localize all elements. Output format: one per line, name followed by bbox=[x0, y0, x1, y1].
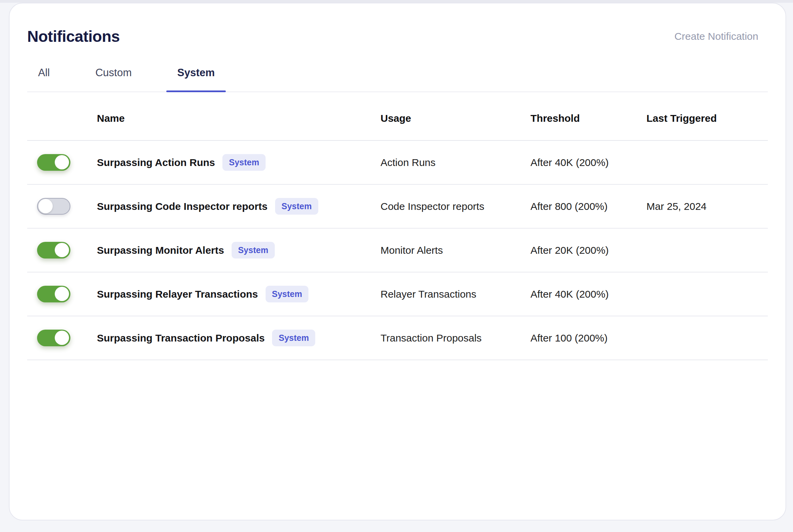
notification-name: Surpassing Monitor Alerts bbox=[97, 244, 224, 257]
usage-cell: Monitor Alerts bbox=[381, 244, 530, 257]
notification-name: Surpassing Transaction Proposals bbox=[97, 332, 265, 345]
panel-header: Notifications Create Notification bbox=[27, 27, 768, 46]
toggle-knob bbox=[55, 331, 69, 345]
usage-cell: Transaction Proposals bbox=[381, 332, 530, 345]
create-notification-button[interactable]: Create Notification bbox=[674, 30, 758, 43]
toggle-knob bbox=[55, 243, 69, 257]
toggle-knob bbox=[38, 199, 53, 213]
notification-name: Surpassing Relayer Transactions bbox=[97, 288, 258, 301]
table-header-row: Name Usage Threshold Last Triggered bbox=[27, 92, 768, 141]
toggle-knob bbox=[55, 155, 69, 169]
usage-cell: Relayer Transactions bbox=[381, 288, 530, 301]
threshold-cell: After 40K (200%) bbox=[530, 156, 646, 169]
threshold-cell: After 40K (200%) bbox=[530, 288, 646, 301]
table-row: Surpassing Code Inspector reports System… bbox=[27, 185, 768, 229]
column-header-usage: Usage bbox=[381, 113, 530, 124]
tab-custom[interactable]: Custom bbox=[84, 61, 142, 92]
table-row: Surpassing Transaction Proposals System … bbox=[27, 316, 768, 360]
toggle-knob bbox=[55, 287, 69, 301]
toggle-surpassing-action-runs[interactable] bbox=[37, 154, 70, 171]
toggle-surpassing-monitor-alerts[interactable] bbox=[37, 242, 70, 259]
page-title: Notifications bbox=[27, 27, 120, 46]
notification-name: Surpassing Code Inspector reports bbox=[97, 200, 268, 213]
system-badge: System bbox=[272, 330, 315, 346]
table-row: Surpassing Relayer Transactions System R… bbox=[27, 272, 768, 316]
table-row: Surpassing Action Runs System Action Run… bbox=[27, 141, 768, 185]
threshold-cell: After 800 (200%) bbox=[530, 200, 646, 213]
page-top-strip bbox=[0, 0, 793, 3]
system-badge: System bbox=[222, 154, 266, 171]
system-badge: System bbox=[266, 286, 309, 302]
notifications-table: Name Usage Threshold Last Triggered Surp… bbox=[27, 92, 768, 360]
threshold-cell: After 20K (200%) bbox=[530, 244, 646, 257]
column-header-last-triggered: Last Triggered bbox=[646, 113, 768, 124]
toggle-surpassing-code-inspector-reports[interactable] bbox=[37, 198, 70, 215]
column-header-threshold: Threshold bbox=[530, 113, 646, 124]
tab-system[interactable]: System bbox=[166, 61, 225, 92]
toggle-surpassing-transaction-proposals[interactable] bbox=[37, 330, 70, 346]
tab-all[interactable]: All bbox=[27, 61, 61, 92]
column-header-name: Name bbox=[97, 113, 381, 124]
system-badge: System bbox=[275, 198, 318, 215]
notification-name: Surpassing Action Runs bbox=[97, 156, 215, 169]
system-badge: System bbox=[232, 242, 275, 259]
table-row: Surpassing Monitor Alerts System Monitor… bbox=[27, 229, 768, 272]
tab-bar: All Custom System bbox=[27, 61, 768, 92]
notifications-panel: Notifications Create Notification All Cu… bbox=[9, 3, 786, 520]
threshold-cell: After 100 (200%) bbox=[530, 332, 646, 345]
usage-cell: Action Runs bbox=[381, 156, 530, 169]
last-triggered-cell: Mar 25, 2024 bbox=[646, 200, 768, 213]
usage-cell: Code Inspector reports bbox=[381, 200, 530, 213]
toggle-surpassing-relayer-transactions[interactable] bbox=[37, 286, 70, 302]
